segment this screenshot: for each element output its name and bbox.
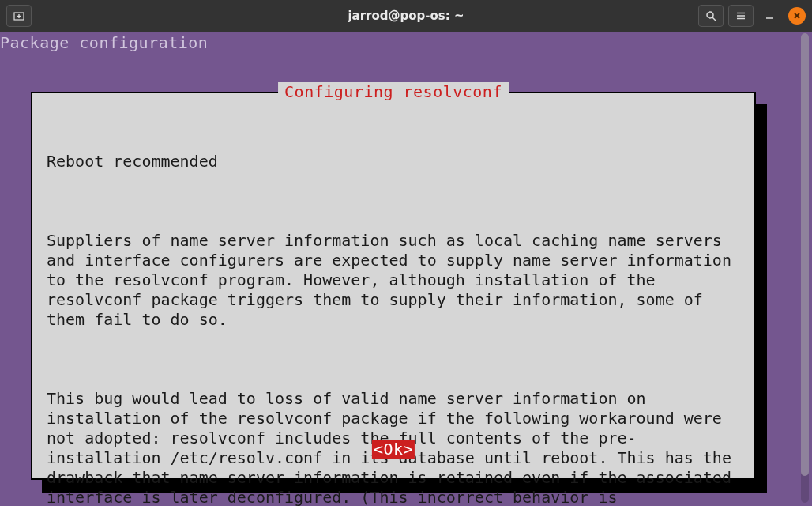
package-config-header: Package configuration (0, 32, 812, 53)
menu-button[interactable] (728, 5, 754, 27)
search-icon (705, 10, 716, 21)
close-button[interactable] (788, 7, 806, 25)
close-icon (793, 12, 801, 20)
minimize-icon (765, 11, 774, 21)
dialog-title: Configuring resolvconf (278, 82, 509, 102)
dialog-paragraph-1: Suppliers of name server information suc… (47, 231, 740, 330)
terminal-viewport: Package configuration Configuring resolv… (0, 32, 812, 506)
new-tab-button[interactable] (6, 5, 32, 27)
titlebar-left-group (6, 5, 36, 27)
svg-point-3 (707, 12, 713, 18)
scrollbar-thumb[interactable] (801, 33, 809, 476)
window-titlebar: jarrod@pop-os: ~ (0, 0, 812, 32)
svg-line-4 (712, 17, 716, 21)
window-title: jarrod@pop-os: ~ (348, 9, 464, 23)
dialog-heading: Reboot recommended (47, 152, 740, 172)
config-dialog: Configuring resolvconf Reboot recommende… (31, 92, 756, 480)
new-tab-icon (13, 10, 24, 21)
ok-button[interactable]: <Ok> (372, 440, 415, 459)
hamburger-icon (735, 10, 746, 21)
dialog-title-wrap: Configuring resolvconf (278, 82, 509, 102)
minimize-button[interactable] (758, 5, 780, 27)
terminal-inner: Configuring resolvconf Reboot recommende… (22, 53, 784, 506)
titlebar-right-group (694, 5, 806, 27)
scrollbar[interactable] (801, 33, 809, 503)
search-button[interactable] (698, 5, 724, 27)
